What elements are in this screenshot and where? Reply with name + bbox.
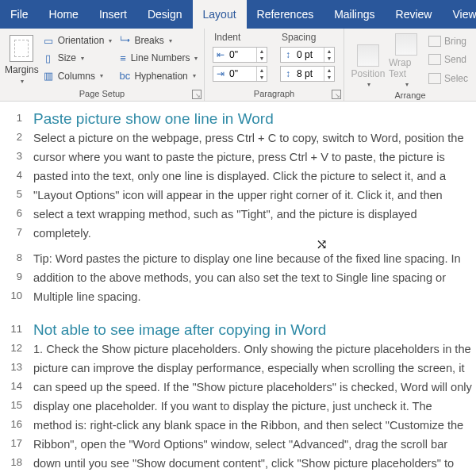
line-number: 4 [0,167,22,181]
body-text: addition to the above methods, you can a… [33,269,476,286]
group-label-paragraph: Paragraph [254,89,294,98]
body-text: display one placeholder. If you want to … [33,397,476,415]
line-number: 10 [0,288,22,301]
line-number: 8 [0,250,22,263]
heading: Paste picture show one line in Word [33,110,476,128]
line-number: 3 [0,148,22,162]
wrap-text-icon [395,33,417,56]
position-button[interactable]: Position [349,30,387,90]
tab-view[interactable]: View [442,0,476,29]
document-area[interactable]: 1Paste picture show one line in Word 2Se… [0,102,476,476]
bring-forward-icon [428,36,441,47]
line-number: 6 [0,205,22,219]
page-setup-dialog-launcher[interactable] [192,90,202,99]
group-paragraph: Indent ⇤ ▲▼ ⇥ ▲▼ Spacing [205,29,344,101]
body-text: cursor where you want to paste the pictu… [33,148,476,166]
tab-file[interactable]: File [0,0,39,29]
margins-button[interactable]: Margins [5,30,39,86]
space-before-input[interactable] [295,48,324,62]
indent-label: Indent [213,32,267,44]
line-numbers-icon: ≡ [118,52,127,64]
tab-insert[interactable]: Insert [89,0,137,29]
line-number: 12 [0,340,22,354]
columns-button[interactable]: ▥Columns [39,68,116,84]
body-text: Ribbon", open the "Word Options" window,… [33,436,476,453]
body-text: Select a picture on the webpage, press C… [33,129,476,147]
line-number: 14 [0,378,22,392]
space-after-spinner[interactable]: ↕ ▲▼ [280,66,335,82]
tab-layout[interactable]: Layout [193,0,247,29]
body-text: Tip: Word pastes the picture to display … [33,250,476,267]
space-after-up[interactable]: ▲ [324,67,334,74]
indent-left-icon: ⇤ [213,49,228,60]
paragraph-dialog-launcher[interactable] [332,90,341,99]
line-number: 15 [0,397,22,411]
body-text: 1. Check the Show picture placeholders. … [33,340,476,358]
breaks-button[interactable]: ⮡Breaks [115,33,201,48]
body-text: Multiple line spacing. [33,288,476,305]
space-after-down[interactable]: ▼ [324,74,334,81]
size-button[interactable]: ▯Size [39,50,116,66]
space-before-down[interactable]: ▼ [324,55,334,62]
group-label-arrange: Arrange [394,90,425,100]
heading: Not able to see image after copying in W… [33,321,476,339]
indent-left-down[interactable]: ▼ [257,55,267,62]
hyphenation-icon: bc [118,70,131,83]
indent-left-input[interactable] [228,48,256,62]
spacing-label: Spacing [280,32,335,44]
indent-left-spinner[interactable]: ⇤ ▲▼ [213,47,267,63]
line-number: 1 [0,110,22,124]
send-backward-icon [428,54,441,65]
indent-right-spinner[interactable]: ⇥ ▲▼ [213,66,267,82]
wrap-text-button[interactable]: Wrap Text [387,30,425,90]
margins-icon [10,35,33,62]
line-number: 9 [0,269,22,282]
indent-right-icon: ⇥ [213,68,228,79]
selection-pane-button[interactable]: Selec [425,71,471,86]
space-before-up[interactable]: ▲ [324,48,334,55]
line-number: 18 [0,455,22,468]
send-backward-button[interactable]: Send [425,52,471,67]
orientation-icon: ▭ [42,34,55,47]
margins-label: Margins [5,64,39,75]
size-icon: ▯ [42,52,55,64]
body-text: pasted into the text, only one line is d… [33,167,476,185]
line-number: 17 [0,436,22,449]
position-icon [357,44,379,67]
indent-right-up[interactable]: ▲ [257,67,267,74]
tab-home[interactable]: Home [39,0,89,29]
line-number: 13 [0,359,22,373]
breaks-icon: ⮡ [118,34,131,47]
line-number: 7 [0,225,22,238]
group-page-setup: Margins ▭Orientation ▯Size ▥Columns ⮡Bre… [0,29,205,101]
indent-right-input[interactable] [228,67,256,81]
body-text: can speed up the speed. If the "Show pic… [33,378,476,396]
line-numbers-button[interactable]: ≡Line Numbers [115,50,201,66]
tab-design[interactable]: Design [137,0,193,29]
line-number: 2 [0,129,22,143]
indent-right-down[interactable]: ▼ [257,74,267,81]
orientation-button[interactable]: ▭Orientation [39,33,116,48]
body-text: select a text wrapping method, such as "… [33,205,476,223]
body-text: picture can improve the display performa… [33,359,476,377]
bring-forward-button[interactable]: Bring [425,34,471,48]
tab-references[interactable]: References [247,0,324,29]
body-text: down until you see "Show document conten… [33,455,476,472]
columns-icon: ▥ [42,70,55,83]
group-label-page-setup: Page Setup [79,89,125,98]
body-text: "Layout Options" icon will appear in the… [33,186,476,204]
indent-left-up[interactable]: ▲ [257,48,267,55]
tab-mailings[interactable]: Mailings [324,0,385,29]
tab-review[interactable]: Review [386,0,443,29]
line-number: 5 [0,186,22,200]
space-before-spinner[interactable]: ↕ ▲▼ [280,47,335,63]
space-after-input[interactable] [295,67,324,81]
selection-pane-icon [428,73,441,84]
space-before-icon: ↕ [281,49,295,60]
menu-tabs: File Home Insert Design Layout Reference… [0,0,476,29]
line-number: 11 [0,321,22,335]
group-arrange: Position Wrap Text Bring Send Selec Arra… [344,29,476,101]
ribbon: Margins ▭Orientation ▯Size ▥Columns ⮡Bre… [0,29,476,102]
hyphenation-button[interactable]: bcHyphenation [115,68,201,84]
body-text: completely. [33,225,476,242]
